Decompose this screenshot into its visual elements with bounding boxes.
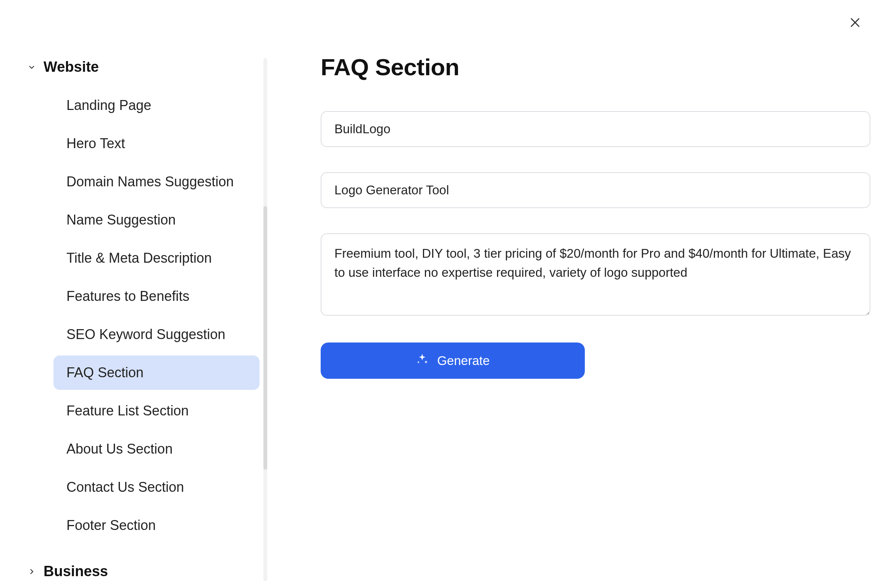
product-type-input[interactable]: [321, 172, 870, 208]
sidebar-group-label: Business: [44, 563, 108, 580]
close-icon: [849, 16, 862, 30]
sidebar-group-header-website[interactable]: Website: [23, 53, 260, 81]
sidebar-item-footer-section[interactable]: Footer Section: [53, 508, 260, 543]
sidebar-item-about-us-section[interactable]: About Us Section: [53, 432, 260, 466]
sidebar-item-hero-text[interactable]: Hero Text: [53, 126, 260, 161]
sidebar-item-contact-us-section[interactable]: Contact Us Section: [53, 470, 260, 504]
layout: Website Landing Page Hero Text Domain Na…: [0, 0, 878, 588]
sidebar-item-landing-page[interactable]: Landing Page: [53, 88, 260, 123]
sidebar-item-seo-keyword-suggestion[interactable]: SEO Keyword Suggestion: [53, 317, 260, 352]
sidebar-group-label: Website: [44, 59, 99, 75]
page-title: FAQ Section: [321, 53, 870, 81]
chevron-down-icon: [27, 62, 37, 72]
sidebar-item-domain-names-suggestion[interactable]: Domain Names Suggestion: [53, 165, 260, 199]
product-name-input[interactable]: [321, 111, 870, 147]
sidebar-item-feature-list-section[interactable]: Feature List Section: [53, 394, 260, 428]
close-button[interactable]: [847, 15, 863, 31]
sidebar-item-features-to-benefits[interactable]: Features to Benefits: [53, 279, 260, 313]
sparkle-icon: [416, 353, 429, 369]
main-content: FAQ Section Freemium tool, DIY tool, 3 t…: [267, 53, 878, 588]
sidebar-item-name-suggestion[interactable]: Name Suggestion: [53, 203, 260, 237]
sidebar-group-business: Business: [23, 558, 260, 585]
generate-button[interactable]: Generate: [321, 342, 585, 379]
scrollbar-thumb[interactable]: [263, 206, 267, 470]
sidebar-group-website: Website Landing Page Hero Text Domain Na…: [23, 53, 260, 543]
chevron-right-icon: [27, 567, 37, 577]
sidebar-group-header-business[interactable]: Business: [23, 558, 260, 585]
sidebar: Website Landing Page Hero Text Domain Na…: [0, 53, 267, 588]
sidebar-item-title-meta-description[interactable]: Title & Meta Description: [53, 241, 260, 275]
generate-button-label: Generate: [437, 354, 490, 368]
sidebar-item-faq-section[interactable]: FAQ Section: [53, 355, 260, 390]
sidebar-group-items-website: Landing Page Hero Text Domain Names Sugg…: [23, 81, 260, 543]
product-description-textarea[interactable]: Freemium tool, DIY tool, 3 tier pricing …: [321, 233, 870, 316]
